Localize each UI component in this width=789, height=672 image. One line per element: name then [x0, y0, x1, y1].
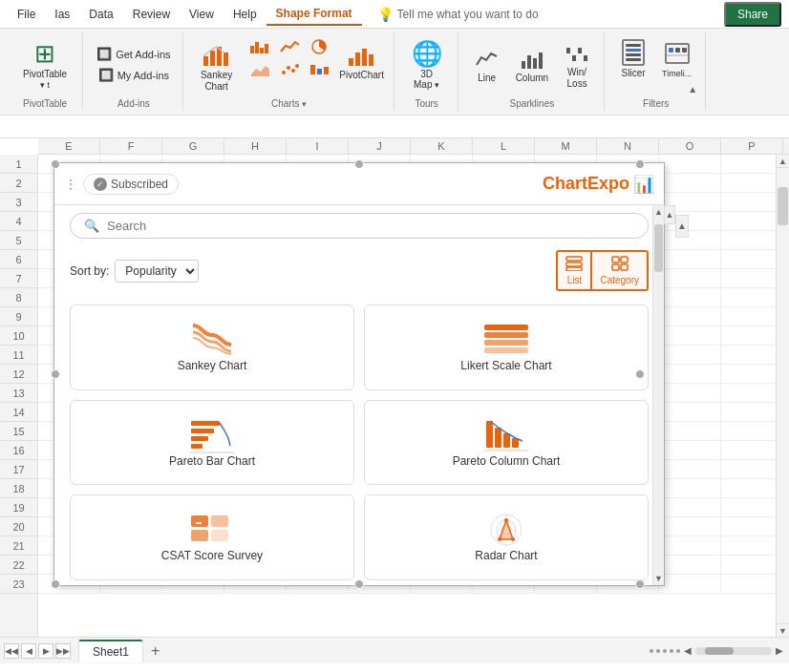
cell-P1[interactable]	[721, 155, 776, 174]
get-addins-button[interactable]: 🔲 Get Add-ins	[93, 45, 174, 63]
resize-handle-tr[interactable]	[635, 159, 645, 169]
scatter-chart-button[interactable]	[276, 59, 303, 80]
other-chart-button[interactable]	[306, 59, 332, 80]
cell-O16[interactable]	[659, 441, 721, 460]
cell-O7[interactable]	[659, 269, 721, 288]
cell-P7[interactable]	[721, 269, 776, 288]
chart-card-radar[interactable]: Radar Chart	[364, 494, 649, 580]
cell-P11[interactable]	[721, 346, 776, 365]
sort-select[interactable]: Popularity Name Recent	[115, 260, 199, 283]
cell-P23[interactable]	[721, 575, 776, 594]
tab-shape-format[interactable]: Shape Format	[267, 3, 362, 26]
cell-P12[interactable]	[721, 365, 776, 384]
scroll-up-btn[interactable]: ▲	[777, 155, 789, 168]
share-button[interactable]: Share	[724, 2, 781, 27]
add-sheet-button[interactable]: +	[143, 638, 167, 664]
tab-review[interactable]: Review	[123, 4, 180, 25]
cell-P9[interactable]	[721, 307, 776, 326]
cell-O6[interactable]	[659, 250, 721, 269]
hscroll-thumb[interactable]	[705, 647, 734, 655]
pivottable-button[interactable]: ⊞ PivotTable▾ t	[15, 36, 75, 93]
sheet-tab-sheet1[interactable]: Sheet1	[78, 640, 143, 662]
cell-P15[interactable]	[721, 422, 776, 441]
3dmap-button[interactable]: 🌐 3DMap ▾	[404, 36, 450, 93]
panel-scrollbar[interactable]: ▲ ▼	[652, 205, 664, 585]
cell-O18[interactable]	[659, 479, 721, 498]
recommended-charts-button[interactable]: Sankey Chart	[193, 36, 241, 95]
hscroll-track[interactable]	[695, 647, 772, 655]
resize-handle-ml[interactable]	[51, 369, 60, 379]
cell-P4[interactable]	[721, 212, 776, 231]
resize-handle-mt[interactable]	[354, 159, 364, 169]
cell-O17[interactable]	[659, 460, 721, 479]
chart-card-likert[interactable]: Likert Scale Chart	[364, 304, 649, 390]
pie-chart-button[interactable]	[306, 36, 332, 57]
cell-P8[interactable]	[721, 288, 776, 307]
line-sparkline-button[interactable]: Line	[468, 43, 506, 87]
cell-O21[interactable]	[659, 536, 721, 556]
cell-O10[interactable]	[659, 326, 721, 346]
sheet-nav-next[interactable]: ▶	[38, 643, 53, 659]
chart-card-pareto-col[interactable]: Pareto Column Chart	[364, 400, 649, 486]
resize-handle-bl[interactable]	[51, 579, 60, 589]
sheet-nav-prev[interactable]: ◀	[21, 643, 36, 659]
view-category-button[interactable]: Category	[592, 250, 649, 291]
cell-O8[interactable]	[659, 288, 721, 307]
chart-card-pareto-bar[interactable]: Pareto Bar Chart	[70, 400, 354, 486]
cell-O20[interactable]	[659, 517, 721, 536]
tab-help[interactable]: Help	[224, 4, 267, 25]
panel-scroll-up-button[interactable]: ▲	[664, 205, 675, 224]
timeline-button[interactable]: Timeli...	[656, 35, 697, 82]
cell-P13[interactable]	[721, 384, 776, 403]
panel-scroll-up-btn[interactable]: ▲	[653, 205, 664, 219]
hscroll-right[interactable]: ▶	[776, 645, 783, 656]
cell-O11[interactable]	[659, 346, 721, 365]
pivotchart-button[interactable]: PivotChart	[338, 36, 386, 84]
cell-O22[interactable]	[659, 556, 721, 575]
tell-me-input[interactable]: Tell me what you want to do	[397, 8, 539, 21]
column-sparkline-button[interactable]: Column	[510, 43, 554, 87]
resize-handle-mb[interactable]	[354, 579, 364, 589]
resize-handle-br[interactable]	[635, 579, 645, 589]
resize-handle-mr[interactable]	[635, 369, 645, 379]
scroll-thumb-v[interactable]	[778, 187, 788, 225]
search-input[interactable]	[107, 219, 634, 233]
cell-P20[interactable]	[721, 517, 776, 536]
cell-P10[interactable]	[721, 326, 776, 346]
sheet-nav-first[interactable]: ◀◀	[4, 643, 19, 659]
resize-handle-tl[interactable]	[51, 159, 60, 169]
cell-P5[interactable]	[721, 231, 776, 250]
bar-chart-button[interactable]	[246, 36, 273, 57]
right-scrollbar[interactable]: ▲ ▼	[776, 155, 789, 637]
cell-O19[interactable]	[659, 498, 721, 517]
cell-O5[interactable]	[659, 231, 721, 250]
sheet-nav-last[interactable]: ▶▶	[55, 643, 71, 659]
cell-P17[interactable]	[721, 460, 776, 479]
my-addins-button[interactable]: 🔲 My Add-ins	[95, 66, 173, 84]
winloss-button[interactable]: Win/Loss	[558, 37, 596, 93]
panel-collapse-button[interactable]: ▲	[675, 215, 689, 238]
tab-file[interactable]: File	[8, 4, 45, 25]
line-chart-button[interactable]	[276, 36, 303, 57]
tab-data[interactable]: Data	[79, 4, 122, 25]
cell-P3[interactable]	[721, 193, 776, 212]
cell-O15[interactable]	[659, 422, 721, 441]
cell-P18[interactable]	[721, 479, 776, 498]
cell-P16[interactable]	[721, 441, 776, 460]
cell-P21[interactable]	[721, 536, 776, 556]
chart-card-csat[interactable]: CSAT Score Survey	[70, 494, 354, 580]
cell-O1[interactable]	[659, 155, 721, 174]
cell-P22[interactable]	[721, 556, 776, 575]
panel-scroll-thumb[interactable]	[654, 224, 663, 272]
cell-O9[interactable]	[659, 307, 721, 326]
scroll-down-btn[interactable]: ▼	[777, 623, 789, 637]
cell-P2[interactable]	[721, 174, 776, 193]
cell-O14[interactable]	[659, 403, 721, 422]
tab-view[interactable]: View	[180, 4, 224, 25]
cell-P14[interactable]	[721, 403, 776, 422]
cell-P6[interactable]	[721, 250, 776, 269]
chart-card-sankey[interactable]: Sankey Chart	[70, 304, 354, 390]
view-list-button[interactable]: List	[556, 250, 592, 291]
hscroll-left[interactable]: ◀	[684, 645, 692, 656]
cell-O23[interactable]	[659, 575, 721, 594]
